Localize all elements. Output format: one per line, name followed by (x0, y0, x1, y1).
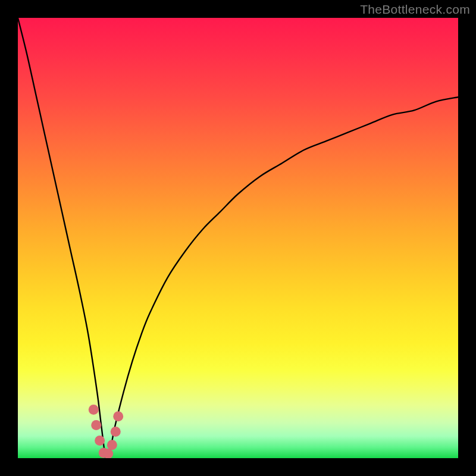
optimal-marker (95, 436, 105, 446)
optimal-marker (89, 405, 99, 415)
watermark-text: TheBottleneck.com (360, 2, 470, 17)
optimal-marker (91, 420, 101, 430)
bottleneck-curve (18, 18, 458, 458)
optimal-region-markers (89, 405, 123, 458)
curve-layer (18, 18, 458, 458)
optimal-marker (107, 440, 117, 450)
optimal-marker (111, 427, 121, 437)
chart-frame: TheBottleneck.com (0, 0, 476, 476)
plot-area (18, 18, 458, 458)
optimal-marker (113, 411, 123, 421)
